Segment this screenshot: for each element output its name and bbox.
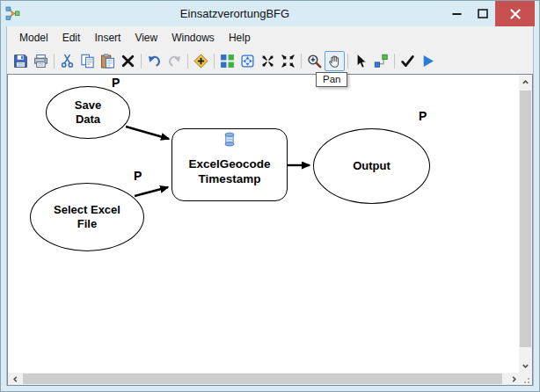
node-save-data[interactable]: Save Data (46, 86, 130, 139)
modelbuilder-window: EinsatzverortungBFG Model Edit (0, 0, 540, 392)
pan-tooltip: Pan (316, 72, 347, 87)
toolbar-separator (301, 54, 302, 69)
delete-button[interactable] (118, 51, 138, 71)
parameter-label-save-data: P (112, 76, 120, 90)
chevron-left-icon (11, 375, 19, 383)
toolbar-separator (347, 54, 348, 69)
node-label: Save Data (65, 98, 111, 127)
pan-button[interactable] (325, 51, 345, 71)
chevron-right-icon (510, 375, 518, 383)
menu-item-windows[interactable]: Windows (164, 30, 222, 46)
scroll-down-button[interactable] (519, 359, 532, 373)
chevron-up-icon (522, 78, 529, 86)
scroll-left-button[interactable] (8, 373, 22, 385)
select-button[interactable] (351, 51, 371, 71)
pan-icon (327, 54, 342, 69)
fixed-zoom-in-button[interactable] (258, 51, 278, 71)
connect-icon (374, 54, 389, 69)
add-data-icon (193, 54, 208, 69)
resize-grip[interactable] (519, 373, 532, 385)
delete-icon (120, 54, 135, 69)
maximize-icon (478, 9, 488, 18)
zoom-in-icon (307, 54, 322, 69)
window-title: EinsatzverortungBFG (26, 7, 444, 20)
title-bar: EinsatzverortungBFG (1, 1, 539, 26)
window-controls (444, 1, 535, 26)
menu-item-model[interactable]: Model (12, 30, 55, 46)
close-icon (510, 9, 521, 19)
node-output[interactable]: Output (313, 128, 430, 204)
validate-button[interactable] (398, 51, 418, 71)
maximize-button[interactable] (470, 1, 495, 26)
full-extent-button[interactable] (237, 51, 258, 71)
toolbar (7, 48, 533, 74)
toolbar-separator (54, 54, 55, 69)
validate-check-icon (400, 54, 415, 69)
node-label: Output (353, 159, 390, 173)
parameter-label-select-excel-file: P (134, 169, 142, 183)
undo-icon (147, 54, 162, 69)
menu-bar: Model Edit Insert View Windows Help (7, 26, 533, 48)
menu-item-insert[interactable]: Insert (87, 30, 128, 46)
horizontal-scroll-thumb[interactable] (23, 374, 502, 384)
vertical-scroll-thumb[interactable] (520, 91, 531, 347)
full-extent-icon (240, 54, 255, 69)
copy-button[interactable] (77, 51, 98, 71)
menu-item-edit[interactable]: Edit (55, 30, 88, 46)
toolbar-separator (187, 54, 188, 69)
save-icon (13, 54, 28, 69)
menu-item-help[interactable]: Help (222, 30, 258, 46)
undo-button[interactable] (144, 51, 164, 71)
print-button[interactable] (31, 51, 51, 71)
fixed-zoom-in-icon (260, 54, 275, 69)
toolbar-separator (214, 54, 215, 69)
paste-button[interactable] (98, 51, 118, 71)
run-button[interactable] (418, 51, 438, 71)
model-canvas[interactable]: Save Data P Select Excel File P ExcelGeo… (7, 74, 533, 386)
horizontal-scrollbar[interactable] (8, 373, 521, 385)
zoom-in-button[interactable] (304, 51, 325, 71)
run-play-icon (420, 54, 435, 69)
fixed-zoom-out-button[interactable] (278, 51, 298, 71)
grip-dots-icon (519, 373, 532, 385)
node-label: ExcelGeocodeTimestamp (186, 147, 274, 200)
print-icon (33, 54, 48, 69)
minimize-button[interactable] (444, 1, 470, 26)
modelbuilder-app-icon (5, 6, 20, 21)
node-select-excel-file[interactable]: Select Excel File (30, 183, 144, 251)
select-cursor-icon (354, 54, 369, 69)
paste-icon (100, 54, 115, 69)
connector-save-data-to-tool[interactable] (126, 127, 169, 139)
fixed-zoom-out-icon (281, 54, 296, 69)
redo-button[interactable] (164, 51, 185, 71)
script-tool-icon (223, 132, 237, 147)
scroll-up-button[interactable] (519, 75, 532, 89)
copy-icon (80, 54, 95, 69)
parameter-label-output: P (419, 109, 427, 123)
chevron-down-icon (522, 362, 529, 370)
cut-icon (60, 54, 75, 69)
connect-button[interactable] (371, 51, 391, 71)
node-label: Select Excel File (47, 203, 128, 232)
client-area: Model Edit Insert View Windows Help (6, 26, 534, 386)
menu-item-view[interactable]: View (128, 30, 164, 46)
cut-button[interactable] (57, 51, 77, 71)
save-button[interactable] (11, 51, 31, 71)
minimize-icon (452, 9, 462, 18)
connector-select-excel-to-tool[interactable] (135, 187, 168, 196)
close-button[interactable] (495, 1, 535, 26)
toolbar-separator (394, 54, 395, 69)
toolbar-separator (141, 54, 142, 69)
vertical-scrollbar[interactable] (519, 75, 532, 373)
node-excel-geocode-timestamp[interactable]: ExcelGeocodeTimestamp (171, 128, 288, 201)
auto-layout-icon (220, 54, 235, 69)
auto-layout-button[interactable] (217, 51, 237, 71)
add-data-or-tool-button[interactable] (191, 51, 211, 71)
redo-icon (167, 54, 182, 69)
